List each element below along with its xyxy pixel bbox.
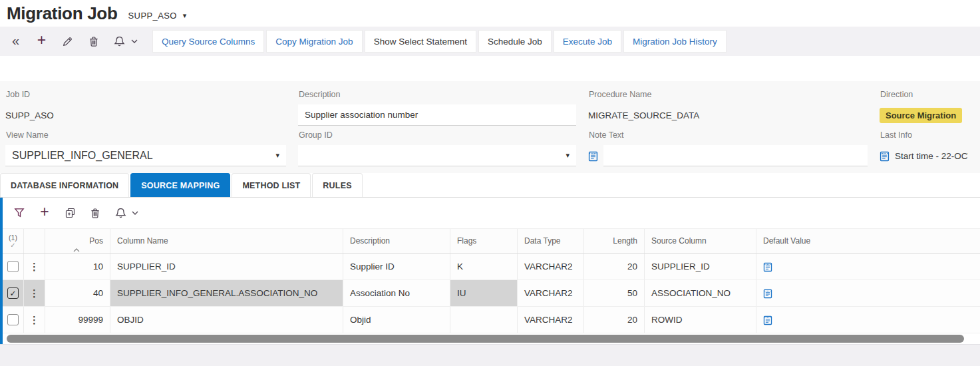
scrollbar-thumb[interactable] xyxy=(7,335,964,343)
cell-description[interactable]: Supplier ID xyxy=(343,254,450,279)
cell-default-value[interactable] xyxy=(756,254,980,279)
page-header: Migration Job SUPP_ASO ▾ xyxy=(0,0,980,27)
cell-data-type[interactable]: VARCHAR2 xyxy=(518,280,584,306)
note-text-input[interactable] xyxy=(603,145,868,166)
table-row-selected[interactable]: ✓ ⋮ 40 SUPPLIER_INFO_GENERAL.ASSOCIATION… xyxy=(3,280,980,307)
checkbox[interactable] xyxy=(7,261,19,272)
check-icon: ✓ xyxy=(10,242,15,249)
cell-data-type[interactable]: VARCHAR2 xyxy=(518,254,584,279)
cell-length[interactable]: 20 xyxy=(584,307,645,333)
column-header-default-value[interactable]: Default Value xyxy=(756,229,980,253)
tab-source-mapping[interactable]: SOURCE MAPPING xyxy=(130,173,230,197)
table-row[interactable]: ⋮ 99999 OBJID Objid VARCHAR2 20 ROWID xyxy=(3,307,980,333)
filter-button[interactable] xyxy=(7,202,32,224)
checkbox-checked[interactable]: ✓ xyxy=(7,287,19,299)
table-row[interactable]: ⋮ 10 SUPPLIER_ID Supplier ID K VARCHAR2 … xyxy=(3,254,980,280)
kebab-menu-icon[interactable]: ⋮ xyxy=(29,261,39,273)
grid-more-menu[interactable] xyxy=(128,202,142,224)
cell-source-column[interactable]: SUPPLIER_ID xyxy=(645,254,756,279)
note-icon[interactable] xyxy=(763,262,772,272)
direction-field: Direction Source Migration xyxy=(880,85,980,126)
cell-description[interactable]: Association No xyxy=(343,280,450,306)
cell-pos[interactable]: 10 xyxy=(45,254,110,279)
collapse-button[interactable]: « xyxy=(3,30,29,53)
copy-plus-icon xyxy=(65,208,76,219)
check-icon: ✓ xyxy=(9,289,16,297)
direction-label: Direction xyxy=(880,90,968,100)
tab-rules[interactable]: RULES xyxy=(312,173,362,197)
cell-column-name[interactable]: SUPPLIER_INFO_GENERAL.ASSOCIATION_NO xyxy=(110,280,343,306)
migration-job-history-button[interactable]: Migration Job History xyxy=(623,30,727,53)
select-all-header[interactable]: (1) ✓ xyxy=(3,229,24,253)
procedure-name-label: Procedure Name xyxy=(589,90,868,100)
chevron-down-icon: ▾ xyxy=(275,151,279,160)
column-header-description[interactable]: Description xyxy=(343,229,450,253)
row-select-cell[interactable] xyxy=(3,307,24,333)
duplicate-row-button[interactable] xyxy=(57,202,82,224)
view-name-value: SUPPLIER_INFO_GENERAL xyxy=(12,150,153,162)
cell-pos[interactable]: 40 xyxy=(45,280,110,306)
row-select-cell[interactable]: ✓ xyxy=(3,280,24,306)
note-icon[interactable] xyxy=(880,150,890,162)
note-icon[interactable] xyxy=(763,315,772,325)
checkbox[interactable] xyxy=(7,314,19,325)
kebab-menu-icon[interactable]: ⋮ xyxy=(29,314,39,326)
cell-column-name[interactable]: OBJID xyxy=(110,307,343,333)
cell-pos[interactable]: 99999 xyxy=(45,307,110,333)
row-menu-cell[interactable]: ⋮ xyxy=(24,307,45,333)
group-id-field: Group ID ▾ xyxy=(298,126,588,166)
column-header-data-type[interactable]: Data Type xyxy=(518,229,584,253)
kebab-menu-icon[interactable]: ⋮ xyxy=(29,287,39,299)
main-toolbar: « + xyxy=(0,27,980,56)
note-icon[interactable] xyxy=(588,150,598,162)
view-name-label: View Name xyxy=(6,130,286,140)
row-select-cell[interactable] xyxy=(3,254,24,279)
cell-flags[interactable]: K xyxy=(450,254,518,279)
row-menu-cell[interactable]: ⋮ xyxy=(24,280,45,306)
copy-migration-job-button[interactable]: Copy Migration Job xyxy=(266,30,362,53)
last-info-value: Start time - 22-OCT-20 xyxy=(895,151,968,161)
cell-flags[interactable]: IU xyxy=(450,280,518,306)
column-header-source-column[interactable]: Source Column xyxy=(645,229,756,253)
column-header-length[interactable]: Length xyxy=(584,229,645,253)
view-name-select[interactable]: SUPPLIER_INFO_GENERAL ▾ xyxy=(5,145,286,166)
row-menu-cell[interactable]: ⋮ xyxy=(24,254,45,279)
note-icon[interactable] xyxy=(763,288,772,299)
chevron-down-icon xyxy=(131,39,138,43)
column-header-pos[interactable]: Pos xyxy=(45,229,110,253)
toolbar-more-menu[interactable] xyxy=(127,30,142,53)
cell-flags[interactable] xyxy=(450,307,518,333)
panel-accent-bar xyxy=(0,198,3,344)
cell-length[interactable]: 50 xyxy=(584,280,645,306)
column-header-column-name[interactable]: Column Name xyxy=(110,229,343,253)
group-id-select[interactable]: ▾ xyxy=(298,145,576,166)
horizontal-scrollbar[interactable] xyxy=(3,333,980,344)
edit-button[interactable] xyxy=(55,30,81,53)
bell-icon xyxy=(114,36,125,47)
sort-ascending-icon xyxy=(73,248,80,252)
cell-length[interactable]: 20 xyxy=(584,254,645,279)
delete-row-button[interactable] xyxy=(82,202,108,224)
add-row-button[interactable]: + xyxy=(32,202,57,224)
new-record-button[interactable]: + xyxy=(29,30,55,53)
view-name-field: View Name SUPPLIER_INFO_GENERAL ▾ xyxy=(5,126,298,166)
cell-source-column[interactable]: ASSOCIATION_NO xyxy=(645,280,756,306)
trash-icon xyxy=(90,208,100,219)
schedule-job-button[interactable]: Schedule Job xyxy=(478,30,552,53)
show-select-statement-button[interactable]: Show Select Statement xyxy=(365,30,476,53)
cell-source-column[interactable]: ROWID xyxy=(645,307,756,333)
query-source-columns-button[interactable]: Query Source Columns xyxy=(152,30,264,53)
tab-method-list[interactable]: METHOD LIST xyxy=(232,173,311,197)
delete-button[interactable] xyxy=(81,30,106,53)
description-input[interactable] xyxy=(298,104,576,126)
record-selector-value: SUPP_ASO xyxy=(128,11,177,21)
cell-column-name[interactable]: SUPPLIER_ID xyxy=(110,254,343,279)
column-header-flags[interactable]: Flags xyxy=(450,229,518,253)
cell-default-value[interactable] xyxy=(756,307,980,333)
cell-default-value[interactable] xyxy=(756,280,980,306)
record-selector[interactable]: SUPP_ASO ▾ xyxy=(128,11,187,21)
execute-job-button[interactable]: Execute Job xyxy=(554,30,621,53)
tab-database-information[interactable]: DATABASE INFORMATION xyxy=(0,173,129,197)
cell-description[interactable]: Objid xyxy=(343,307,450,333)
cell-data-type[interactable]: VARCHAR2 xyxy=(518,307,584,333)
